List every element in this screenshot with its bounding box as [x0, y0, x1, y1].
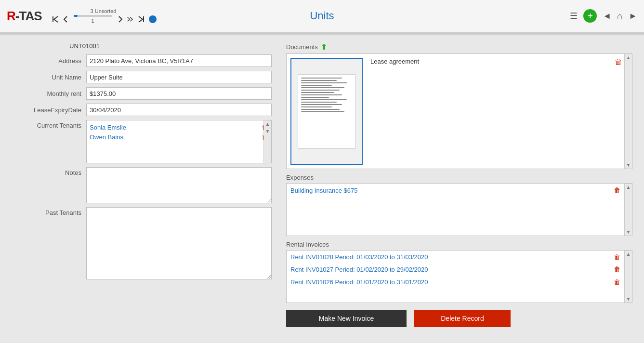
scroll-up-icon[interactable]: ▲: [626, 251, 631, 257]
chevron-left-icon: ◄: [603, 11, 611, 21]
invoices-box: Rent INV01028 Period: 01/03/2020 to 31/0…: [286, 250, 632, 303]
invoice-link[interactable]: Rent INV01028 Period: 01/03/2020 to 31/0…: [290, 253, 614, 261]
upload-icon[interactable]: ⬆: [321, 42, 327, 52]
past-tenants-row: Past Tenants: [12, 207, 272, 279]
lease-expiry-label: LeaseExpiryDate: [12, 106, 86, 114]
notes-input[interactable]: [86, 167, 272, 203]
sorted-label: 3 Unsorted: [91, 8, 117, 14]
tenant-item: Owen Bains🗑: [90, 132, 268, 142]
past-tenants-input[interactable]: [86, 207, 272, 279]
document-info: Lease agreement: [367, 54, 632, 169]
header: R-TAS 3 Unsorted 1: [0, 0, 644, 33]
expense-delete-icon[interactable]: 🗑: [614, 186, 620, 194]
invoice-item: Rent INV01028 Period: 01/03/2020 to 31/0…: [287, 251, 624, 263]
invoice-item: Rent INV01027 Period: 01/02/2020 to 29/0…: [287, 263, 624, 276]
plus-icon: +: [587, 11, 593, 22]
unit-name-row: Unit Name: [12, 71, 272, 83]
expenses-section: Expenses Building Insurance $675🗑 ▲ ▼: [286, 174, 632, 236]
nav-left-button[interactable]: ◄: [603, 11, 611, 21]
tenant-link[interactable]: Sonia Emslie: [90, 124, 126, 131]
list-icon-button[interactable]: ☰: [570, 11, 578, 21]
invoices-section: Rental Invoices Rent INV01028 Period: 01…: [286, 241, 632, 303]
nav-prev-button[interactable]: [61, 15, 71, 24]
record-indicator: [149, 15, 157, 23]
notes-label: Notes: [12, 167, 86, 176]
action-buttons: Make New Invoice Delete Record: [286, 310, 632, 327]
chevron-right-icon: ►: [629, 11, 637, 21]
delete-record-button[interactable]: Delete Record: [414, 310, 511, 327]
make-new-invoice-button[interactable]: Make New Invoice: [286, 310, 407, 327]
invoice-link[interactable]: Rent INV01027 Period: 01/02/2020 to 29/0…: [290, 266, 614, 273]
main-content: UNT01001 Address Unit Name Monthly rent …: [0, 35, 644, 343]
app-logo: R-TAS: [7, 9, 42, 24]
monthly-rent-label: Monthly rent: [12, 90, 86, 97]
invoices-scrollbar[interactable]: ▲ ▼: [624, 251, 632, 303]
past-tenants-label: Past Tenants: [12, 207, 86, 216]
nav-right-button[interactable]: ►: [629, 11, 637, 21]
expenses-list: Building Insurance $675🗑: [287, 184, 632, 197]
monthly-rent-row: Monthly rent: [12, 87, 272, 100]
current-tenants-box: Sonia Emslie🗑Owen Bains🗑 ▲ ▼: [86, 120, 272, 163]
tenant-link[interactable]: Owen Bains: [90, 133, 123, 141]
right-panel: Documents ⬆: [286, 42, 632, 337]
scroll-down-icon[interactable]: ▼: [626, 162, 631, 168]
nav-first-button[interactable]: [51, 15, 60, 24]
expenses-label: Expenses: [286, 174, 632, 181]
left-panel: UNT01001 Address Unit Name Monthly rent …: [12, 42, 272, 337]
invoices-label: Rental Invoices: [286, 241, 632, 248]
invoice-item: Rent INV01026 Period: 01/01/2020 to 31/0…: [287, 276, 624, 288]
document-thumbnail[interactable]: [290, 58, 363, 165]
thumb-lines: [301, 78, 352, 112]
unit-name-input[interactable]: [86, 71, 272, 83]
nav-last-button[interactable]: [136, 15, 146, 24]
record-id: UNT01001: [12, 42, 272, 50]
nav-next-button[interactable]: [115, 15, 125, 24]
documents-box: Lease agreement 🗑 ▲ ▼: [286, 53, 632, 169]
current-tenants-row: Current Tenants Sonia Emslie🗑Owen Bains🗑…: [12, 120, 272, 163]
scroll-down-icon[interactable]: ▼: [264, 128, 271, 135]
docs-scrollbar[interactable]: ▲ ▼: [624, 54, 632, 169]
scroll-down-icon[interactable]: ▼: [626, 296, 631, 302]
scroll-up-icon[interactable]: ▲: [626, 55, 631, 60]
tenants-list: Sonia Emslie🗑Owen Bains🗑: [87, 120, 271, 163]
address-label: Address: [12, 57, 86, 65]
scroll-up-icon[interactable]: ▲: [626, 185, 631, 190]
expenses-scrollbar[interactable]: ▲ ▼: [624, 184, 632, 236]
lease-expiry-row: LeaseExpiryDate: [12, 104, 272, 116]
notes-row: Notes: [12, 167, 272, 203]
documents-section: Documents ⬆: [286, 42, 632, 169]
page-title: Units: [310, 10, 334, 22]
home-icon: ⌂: [617, 11, 623, 22]
invoice-delete-icon[interactable]: 🗑: [614, 253, 620, 261]
expenses-box: Building Insurance $675🗑 ▲ ▼: [286, 183, 632, 236]
expense-item: Building Insurance $675🗑: [287, 184, 624, 197]
nav-controls: 3 Unsorted 1: [51, 8, 157, 24]
documents-label: Documents ⬆: [286, 42, 632, 52]
address-input[interactable]: [86, 54, 272, 67]
document-delete-icon[interactable]: 🗑: [615, 58, 622, 66]
header-right: ☰ + ◄ ⌂ ►: [570, 9, 637, 23]
lease-expiry-input[interactable]: [86, 104, 272, 116]
invoice-delete-icon[interactable]: 🗑: [614, 278, 620, 286]
thumbnail-preview: [298, 74, 355, 149]
nav-fast-forward-button[interactable]: [126, 15, 135, 24]
tenant-item: Sonia Emslie🗑: [90, 122, 268, 132]
home-button[interactable]: ⌂: [617, 11, 623, 22]
unit-name-label: Unit Name: [12, 74, 86, 81]
monthly-rent-input[interactable]: [86, 87, 272, 100]
scroll-up-icon[interactable]: ▲: [264, 120, 271, 128]
document-title: Lease agreement: [370, 58, 628, 65]
invoices-list: Rent INV01028 Period: 01/03/2020 to 31/0…: [287, 251, 632, 288]
nav-progress: 1: [74, 15, 112, 24]
invoice-link[interactable]: Rent INV01026 Period: 01/01/2020 to 31/0…: [290, 278, 614, 286]
expense-link[interactable]: Building Insurance $675: [290, 187, 614, 194]
progress-number: 1: [91, 18, 94, 24]
scroll-down-icon[interactable]: ▼: [626, 229, 631, 235]
add-button[interactable]: +: [583, 9, 597, 23]
current-tenants-label: Current Tenants: [12, 120, 86, 129]
list-icon: ☰: [570, 11, 578, 21]
address-row: Address: [12, 54, 272, 67]
invoice-delete-icon[interactable]: 🗑: [614, 265, 620, 273]
tenants-scrollbar[interactable]: ▲ ▼: [263, 120, 271, 163]
